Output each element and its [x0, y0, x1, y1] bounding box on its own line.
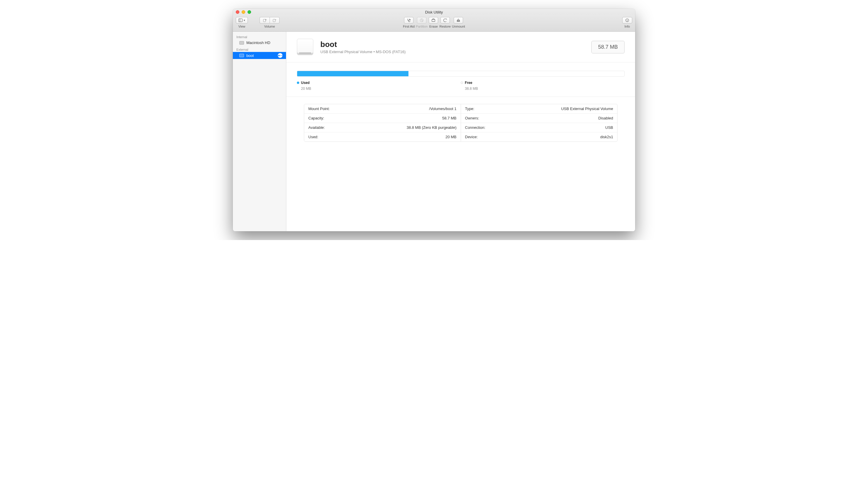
- erase-label: Erase: [429, 25, 438, 28]
- detail-row: Capacity:58.7 MB: [304, 114, 461, 123]
- erase-button[interactable]: [429, 17, 438, 23]
- detail-row: Type:USB External Physical Volume: [461, 104, 618, 114]
- svg-point-12: [627, 19, 627, 20]
- sidebar-item-boot[interactable]: boot: [233, 52, 286, 59]
- details-col-right: Type:USB External Physical Volume Owners…: [461, 104, 618, 142]
- eject-button[interactable]: [278, 53, 282, 58]
- volume-plus-icon: [263, 18, 267, 22]
- volume-minus-icon: [272, 18, 277, 22]
- usage-block: Used 20 MB Free 38.8 MB: [286, 63, 635, 97]
- partition-label: Partition: [416, 25, 427, 28]
- view-button[interactable]: ▾: [236, 17, 248, 23]
- usage-fill: [297, 71, 409, 76]
- volume-label: Volume: [264, 25, 275, 28]
- zoom-window-button[interactable]: [248, 10, 251, 14]
- detail-row: Available:38.8 MB (Zero KB purgeable): [304, 123, 461, 132]
- sidebar-item-macintosh-hd[interactable]: Macintosh HD: [233, 39, 286, 46]
- svg-rect-9: [432, 19, 435, 21]
- app-window: Disk Utility ▾ View: [233, 9, 635, 231]
- details-table: Mount Point:/Volumes/boot 1 Capacity:58.…: [304, 104, 618, 142]
- detail-row: Mount Point:/Volumes/boot 1: [304, 104, 461, 114]
- sidebar-icon: [238, 18, 242, 22]
- eject-icon: [456, 18, 461, 22]
- traffic-lights: [236, 10, 251, 14]
- drive-icon: [297, 39, 313, 55]
- used-label: Used: [301, 81, 310, 85]
- unmount-button[interactable]: [454, 17, 463, 23]
- used-value: 20 MB: [297, 86, 461, 91]
- window-title: Disk Utility: [425, 10, 443, 14]
- partition-button[interactable]: [417, 17, 426, 23]
- used-dot-icon: [297, 82, 299, 84]
- detail-row: Owners:Disabled: [461, 114, 618, 123]
- details-block: Mount Point:/Volumes/boot 1 Capacity:58.…: [286, 97, 635, 149]
- sidebar-item-label: boot: [246, 53, 254, 58]
- close-window-button[interactable]: [236, 10, 239, 14]
- free-label: Free: [465, 81, 472, 85]
- view-label: View: [238, 25, 246, 28]
- detail-row: Used:20 MB: [304, 132, 461, 142]
- info-button[interactable]: [622, 17, 632, 23]
- disk-icon: [239, 41, 244, 45]
- add-volume-button[interactable]: [260, 17, 270, 23]
- sidebar-header-internal: Internal: [233, 33, 286, 39]
- view-toolbar-group: ▾ View: [236, 17, 248, 28]
- free-dot-icon: [461, 82, 463, 84]
- details-col-left: Mount Point:/Volumes/boot 1 Capacity:58.…: [304, 104, 461, 142]
- unmount-label: Unmount: [452, 25, 465, 28]
- svg-rect-10: [457, 21, 460, 22]
- first-aid-label: First Aid: [403, 25, 415, 28]
- size-badge: 58.7 MB: [591, 41, 624, 53]
- restore-label: Restore: [439, 25, 451, 28]
- sidebar-header-external: External: [233, 46, 286, 52]
- first-aid-button[interactable]: [404, 17, 413, 23]
- restore-button[interactable]: [441, 17, 450, 23]
- disk-icon: [239, 54, 244, 57]
- usage-bar: [297, 71, 624, 76]
- volume-toolbar-group: Volume: [260, 17, 280, 28]
- content-area: Internal Macintosh HD External boot boot…: [233, 32, 635, 231]
- main-panel: boot USB External Physical Volume • MS-D…: [286, 32, 635, 231]
- svg-rect-0: [239, 19, 242, 22]
- minimize-window-button[interactable]: [242, 10, 245, 14]
- erase-icon: [431, 18, 435, 22]
- info-icon: [625, 18, 629, 22]
- titlebar[interactable]: Disk Utility: [233, 9, 635, 15]
- info-label: Info: [624, 25, 630, 28]
- detail-row: Device:disk2s1: [461, 132, 618, 142]
- stethoscope-icon: [407, 18, 411, 22]
- volume-subtitle: USB External Physical Volume • MS-DOS (F…: [320, 50, 405, 54]
- volume-name: boot: [320, 40, 405, 49]
- svg-rect-13: [627, 20, 627, 21]
- toolbar: ▾ View Volume: [233, 15, 635, 32]
- detail-row: Connection:USB: [461, 123, 618, 132]
- volume-header: boot USB External Physical Volume • MS-D…: [286, 32, 635, 63]
- free-value: 38.8 MB: [461, 86, 624, 91]
- remove-volume-button[interactable]: [270, 17, 280, 23]
- chevron-down-icon: ▾: [244, 19, 245, 22]
- svg-point-7: [410, 19, 411, 20]
- sidebar-item-label: Macintosh HD: [246, 41, 270, 45]
- sidebar: Internal Macintosh HD External boot: [233, 32, 286, 231]
- pie-chart-icon: [420, 18, 424, 22]
- restore-icon: [443, 18, 447, 22]
